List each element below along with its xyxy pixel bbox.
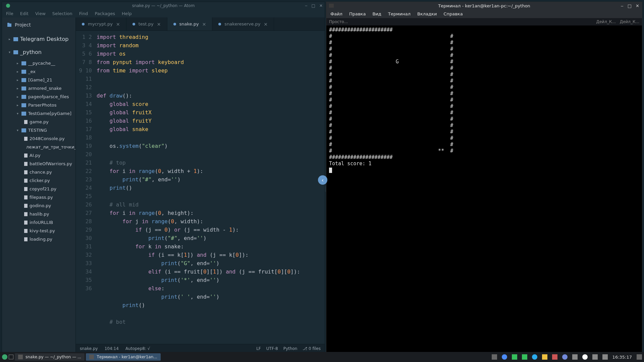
- status-encoding[interactable]: UTF-8: [266, 346, 278, 351]
- tree-file[interactable]: haslib.py: [2, 210, 75, 218]
- tree-file[interactable]: chance.py: [2, 168, 75, 176]
- tray-update-icon[interactable]: [522, 354, 527, 360]
- tree-folder[interactable]: ▸_ex: [2, 67, 75, 76]
- atom-maximize-icon[interactable]: □: [312, 3, 315, 8]
- status-language[interactable]: Python: [283, 346, 298, 351]
- term-menu-edit[interactable]: Правка: [349, 11, 366, 16]
- terminal-maximize-icon[interactable]: □: [628, 3, 632, 8]
- tree-root-python[interactable]: ▾_python: [2, 47, 75, 57]
- terminal-window: Терминал - ker1an@ker1an-pc:~/_python ‒ …: [326, 2, 642, 353]
- tray-network-icon[interactable]: [592, 354, 598, 360]
- tray-battery-icon[interactable]: [572, 354, 578, 360]
- tree-folder[interactable]: ▸__pycache__: [2, 59, 75, 67]
- tray-chrome-icon[interactable]: [502, 354, 507, 360]
- tree-file[interactable]: 2048Console.py: [2, 134, 75, 143]
- menu-find[interactable]: Find: [79, 11, 88, 16]
- terminal-output[interactable]: ##################### # # # # # # # # #: [326, 25, 642, 353]
- tray-manjaro-icon[interactable]: [512, 354, 517, 360]
- term-menu-tabs[interactable]: Вкладки: [417, 11, 437, 16]
- terminal-titlebar[interactable]: Терминал - ker1an@ker1an-pc:~/_python ‒ …: [326, 2, 642, 9]
- terminal-tabs: Просто... Дейл_К... Дейл_К...: [326, 18, 642, 25]
- tab-test[interactable]: test.py×: [126, 17, 167, 31]
- atom-project-sidebar: Project ▸Telegram Desktop ▾_python ▸__py…: [2, 17, 76, 353]
- atom-minimize-icon[interactable]: ‒: [305, 3, 308, 8]
- tree-file[interactable]: godino.py: [2, 201, 75, 210]
- status-lf[interactable]: LF: [256, 346, 261, 351]
- menu-file[interactable]: File: [6, 11, 13, 16]
- close-icon[interactable]: ×: [157, 21, 161, 27]
- line-gutter: 1 2 3 4 5 6 7 8 9 10 11 12 13 14 15 16 1…: [76, 31, 97, 344]
- close-icon[interactable]: ×: [116, 21, 120, 27]
- tab-mycrypt[interactable]: mycrypt.py×: [76, 17, 126, 31]
- tray-discord-icon[interactable]: [562, 354, 568, 360]
- modified-dot-icon: [218, 23, 221, 25]
- close-icon[interactable]: ×: [264, 21, 268, 27]
- tray-notes-icon[interactable]: [542, 354, 547, 360]
- show-desktop-icon[interactable]: [9, 355, 13, 359]
- tray-telegram-icon[interactable]: [532, 354, 537, 360]
- taskbar-clock[interactable]: 16:35:17: [612, 355, 632, 360]
- tab-snakereserve[interactable]: snakereserve.py×: [212, 17, 274, 31]
- tree-file[interactable]: battleOfWarriors.py: [2, 160, 75, 168]
- tree-folder-testing[interactable]: ▾TESTING: [2, 126, 75, 134]
- terminal-app-icon: [329, 4, 334, 8]
- menu-selection[interactable]: Selection: [52, 11, 72, 16]
- tree-file[interactable]: лежат_ли_три_точки_: [2, 143, 75, 151]
- tree-folder[interactable]: ▸[Game]_21: [2, 76, 75, 84]
- tree-file[interactable]: copyof21.py: [2, 185, 75, 193]
- atom-github-collapse-icon[interactable]: ‹: [318, 175, 327, 185]
- atom-app-icon: [6, 4, 10, 8]
- atom-close-icon[interactable]: ✕: [319, 3, 323, 8]
- tab-snake[interactable]: snake.py×: [167, 17, 213, 31]
- terminal-close-icon[interactable]: ✕: [636, 3, 639, 8]
- atom-titlebar[interactable]: snake.py — ~/_python — Atom ‒ □ ✕: [2, 2, 325, 9]
- project-header[interactable]: Project: [2, 19, 75, 31]
- tree-file[interactable]: infoURLLIB: [2, 218, 75, 227]
- tree-file[interactable]: game.py: [2, 118, 75, 126]
- taskbar: snake.py — ~/_python — ... Терминал - ke…: [0, 352, 644, 362]
- atom-icon: [18, 355, 23, 359]
- status-git[interactable]: ⎇ 0 files: [303, 346, 321, 351]
- tree-file[interactable]: clicker.py: [2, 176, 75, 185]
- menu-help[interactable]: Help: [122, 11, 132, 16]
- terminal-menubar: Файл Правка Вид Терминал Вкладки Справка: [326, 9, 642, 18]
- atom-window: snake.py — ~/_python — Atom ‒ □ ✕ File E…: [2, 2, 325, 353]
- atom-window-title: snake.py — ~/_python — Atom: [132, 3, 195, 8]
- terminal-session-tab[interactable]: Дейл_К...: [596, 19, 616, 24]
- terminal-session-tab[interactable]: Дейл_К...: [620, 19, 639, 24]
- tree-file[interactable]: filepass.py: [2, 193, 75, 201]
- menu-view[interactable]: View: [35, 11, 46, 16]
- tray-volume-icon[interactable]: [602, 354, 608, 360]
- tray-shield-icon[interactable]: [582, 354, 588, 360]
- term-menu-help[interactable]: Справка: [443, 11, 463, 16]
- system-tray: 16:35:17: [492, 354, 642, 360]
- atom-code-editor[interactable]: 1 2 3 4 5 6 7 8 9 10 11 12 13 14 15 16 1…: [76, 31, 325, 344]
- tree-file[interactable]: kivy-test.py: [2, 227, 75, 235]
- tree-root-telegram[interactable]: ▸Telegram Desktop: [2, 34, 75, 44]
- start-menu-icon[interactable]: [2, 354, 7, 360]
- modified-dot-icon: [132, 23, 135, 25]
- term-menu-view[interactable]: Вид: [372, 11, 381, 16]
- terminal-minimize-icon[interactable]: ‒: [621, 3, 624, 8]
- status-file[interactable]: snake.py: [80, 346, 98, 351]
- tree-folder[interactable]: ▸armored_snake: [2, 84, 75, 93]
- tree-folder[interactable]: ▸pageofparsce_files: [2, 93, 75, 101]
- menu-edit[interactable]: Edit: [20, 11, 29, 16]
- term-menu-file[interactable]: Файл: [330, 11, 342, 16]
- tree-file[interactable]: AI.py: [2, 151, 75, 160]
- tree-folder-testgame[interactable]: ▾TestGame[pyGame]: [2, 109, 75, 118]
- taskbar-app-atom[interactable]: snake.py — ~/_python — ...: [15, 353, 85, 361]
- status-cursor-pos[interactable]: 104:14: [105, 346, 119, 351]
- tray-clipboard-icon[interactable]: [552, 354, 557, 360]
- tree-file[interactable]: loading.py: [2, 235, 75, 243]
- terminal-session-tab[interactable]: Просто...: [329, 19, 348, 24]
- tray-notifications-icon[interactable]: [637, 354, 642, 360]
- code-content[interactable]: import threading import random import os…: [97, 31, 325, 344]
- term-menu-terminal[interactable]: Терминал: [388, 11, 411, 16]
- status-autopep[interactable]: Autopep8: √: [125, 346, 150, 351]
- menu-packages[interactable]: Packages: [95, 11, 115, 16]
- close-icon[interactable]: ×: [202, 21, 206, 27]
- taskbar-app-terminal[interactable]: Терминал - ker1an@ker1an...: [86, 353, 160, 361]
- tree-folder[interactable]: ▸ParserPhotos: [2, 101, 75, 109]
- tray-keyboard-icon[interactable]: [492, 354, 497, 360]
